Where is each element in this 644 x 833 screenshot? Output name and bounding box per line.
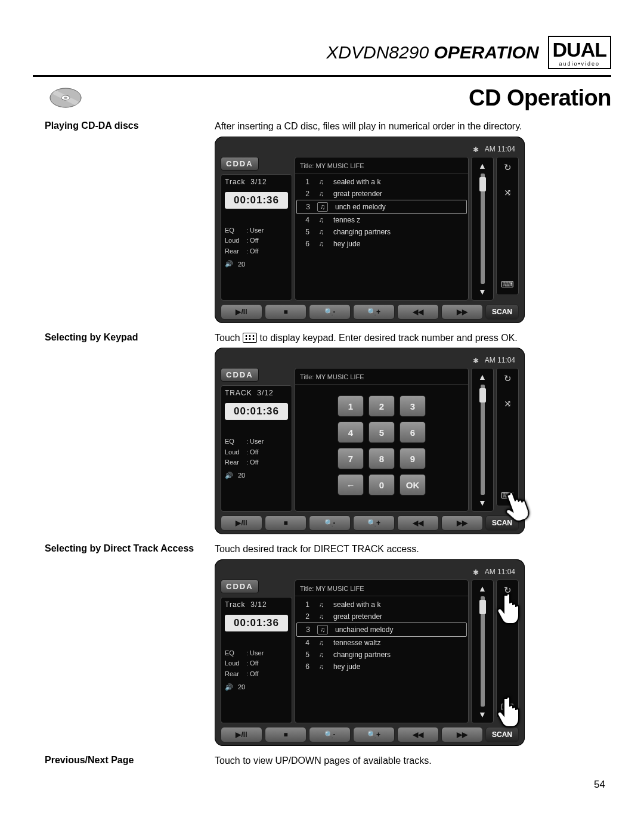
rewind-button[interactable]: ◀◀ (397, 727, 439, 742)
keypad-toggle-icon[interactable]: ⌨ (500, 700, 515, 714)
scroll-slider[interactable]: ▲▼ (471, 157, 494, 301)
bluetooth-icon (473, 357, 480, 364)
audio-settings: EQ: UserLoud: OffRear: Off (225, 225, 288, 257)
track-name: changing partners (333, 651, 391, 659)
fast-forward-button[interactable]: ▶▶ (441, 304, 483, 320)
section-header: CD Operation (33, 83, 611, 113)
zoom-in-button[interactable]: 🔍+ (353, 727, 395, 742)
scroll-thumb[interactable] (481, 385, 485, 495)
track-row[interactable]: 2♫great pretender (296, 611, 467, 623)
keypad-key[interactable]: 3 (400, 395, 426, 417)
speaker-icon: 🔊 (225, 260, 233, 268)
fast-forward-button[interactable]: ▶▶ (441, 515, 483, 531)
keypad-key[interactable]: 7 (338, 448, 364, 469)
screenshot-3: AM 11:04CDDATrack 3/1200:01:36EQ: UserLo… (215, 559, 525, 746)
track-indicator: Track 3/12 (225, 600, 288, 609)
keypad-key[interactable]: 1 (338, 395, 364, 417)
row-body: After inserting a CD disc, files will pl… (215, 120, 611, 133)
keypad-key[interactable]: 8 (369, 448, 395, 469)
track-row[interactable]: 4♫tennesse waltz (296, 637, 467, 649)
operation-word: OPERATION (434, 42, 538, 62)
zoom-out-button[interactable]: 🔍- (309, 515, 351, 531)
header-title: XDVDN8290 OPERATION (326, 42, 538, 63)
scroll-slider[interactable]: ▲▼ (471, 368, 494, 512)
volume-indicator: 🔊20 (225, 260, 288, 268)
zoom-out-button[interactable]: 🔍- (309, 727, 351, 742)
track-name: hey jude (333, 662, 360, 671)
keypad-key[interactable]: 4 (338, 422, 364, 443)
track-row[interactable]: 3♫unchained melody (296, 623, 467, 637)
track-row[interactable]: 6♫hey jude (296, 238, 467, 250)
scroll-up-icon[interactable]: ▲ (478, 372, 487, 382)
scroll-down-icon[interactable]: ▼ (478, 498, 487, 507)
repeat-icon[interactable]: ↻ (500, 160, 515, 175)
scroll-up-icon[interactable]: ▲ (478, 161, 487, 171)
rewind-button[interactable]: ◀◀ (397, 304, 439, 320)
play-pause-button[interactable]: ▶/II (221, 304, 262, 320)
scroll-up-icon[interactable]: ▲ (478, 584, 487, 593)
keypad-toggle-icon[interactable]: ⌨ (500, 277, 515, 292)
info-panel: TRACK 3/1200:01:36EQ: UserLoud: OffRear:… (221, 385, 292, 512)
keypad-key[interactable]: 2 (369, 395, 395, 417)
scroll-thumb[interactable] (481, 596, 485, 707)
music-note-icon: ♫ (317, 651, 326, 659)
repeat-icon[interactable]: ↻ (500, 371, 515, 386)
keypad-key[interactable]: 9 (400, 448, 426, 469)
shuffle-icon[interactable]: ⤨ (500, 608, 515, 623)
stop-button[interactable]: ■ (265, 727, 306, 742)
speaker-icon: 🔊 (225, 472, 233, 479)
track-list: 1♫sealed with a k2♫great pretender3♫unch… (295, 596, 468, 675)
track-row[interactable]: 3♫unch ed melody (296, 200, 467, 214)
music-note-icon: ♫ (317, 612, 326, 621)
keypad-key[interactable]: ← (338, 474, 364, 496)
track-row[interactable]: 1♫sealed with a k (296, 176, 467, 188)
shuffle-icon[interactable]: ⤨ (500, 397, 515, 411)
title-bar: Title: MY MUSIC LIFE (295, 160, 468, 174)
row-body: Touch desired track for DIRECT TRACK acc… (215, 543, 611, 556)
status-bar: AM 11:04 (221, 144, 519, 157)
transport-controls: ▶/II■🔍-🔍+◀◀▶▶SCAN (221, 304, 519, 320)
track-row[interactable]: 1♫sealed with a k (296, 599, 467, 611)
scroll-down-icon[interactable]: ▼ (478, 287, 487, 296)
track-row[interactable]: 5♫changing partners (296, 649, 467, 661)
music-note-icon: ♫ (317, 240, 326, 248)
track-row[interactable]: 2♫great pretender (296, 188, 467, 200)
scroll-thumb[interactable] (481, 174, 485, 284)
track-row[interactable]: 5♫changing partners (296, 226, 467, 238)
track-number: 2 (301, 190, 309, 198)
music-note-icon: ♫ (317, 202, 328, 212)
track-name: tennes z (333, 216, 360, 224)
row-label: Previous/Next Page (33, 754, 215, 766)
track-name: sealed with a k (333, 178, 380, 186)
audio-settings: EQ: UserLoud: OffRear: Off (225, 436, 288, 468)
track-row[interactable]: 6♫hey jude (296, 661, 467, 673)
volume-indicator: 🔊20 (225, 472, 288, 479)
play-pause-button[interactable]: ▶/II (221, 727, 262, 742)
music-note-icon: ♫ (317, 662, 326, 671)
keypad-key[interactable]: 6 (400, 422, 426, 443)
zoom-in-button[interactable]: 🔍+ (353, 515, 395, 531)
zoom-out-button[interactable]: 🔍- (309, 304, 351, 320)
rewind-button[interactable]: ◀◀ (397, 515, 439, 531)
scan-button[interactable]: SCAN (485, 727, 519, 742)
play-pause-button[interactable]: ▶/II (221, 515, 262, 531)
keypad-key[interactable]: OK (400, 474, 426, 496)
fast-forward-button[interactable]: ▶▶ (441, 727, 483, 742)
main-panel: Title: MY MUSIC LIFE1♫sealed with a k2♫g… (295, 580, 469, 723)
scan-button[interactable]: SCAN (485, 515, 519, 531)
keypad-key[interactable]: 5 (369, 422, 395, 443)
repeat-icon[interactable]: ↻ (500, 583, 515, 597)
device-screen: AM 11:04CDDATRACK 3/1200:01:36EQ: UserLo… (215, 348, 525, 534)
keypad-toggle-icon[interactable]: ⌨ (500, 488, 515, 503)
track-number: 1 (301, 600, 309, 609)
stop-button[interactable]: ■ (265, 515, 306, 531)
numeric-keypad: 123456789←0OK (295, 385, 468, 506)
scroll-slider[interactable]: ▲▼ (471, 580, 494, 723)
shuffle-icon[interactable]: ⤨ (500, 185, 515, 200)
track-row[interactable]: 4♫tennes z (296, 214, 467, 226)
zoom-in-button[interactable]: 🔍+ (353, 304, 395, 320)
scan-button[interactable]: SCAN (485, 304, 519, 320)
scroll-down-icon[interactable]: ▼ (478, 710, 487, 719)
keypad-key[interactable]: 0 (369, 474, 395, 496)
stop-button[interactable]: ■ (265, 304, 306, 320)
